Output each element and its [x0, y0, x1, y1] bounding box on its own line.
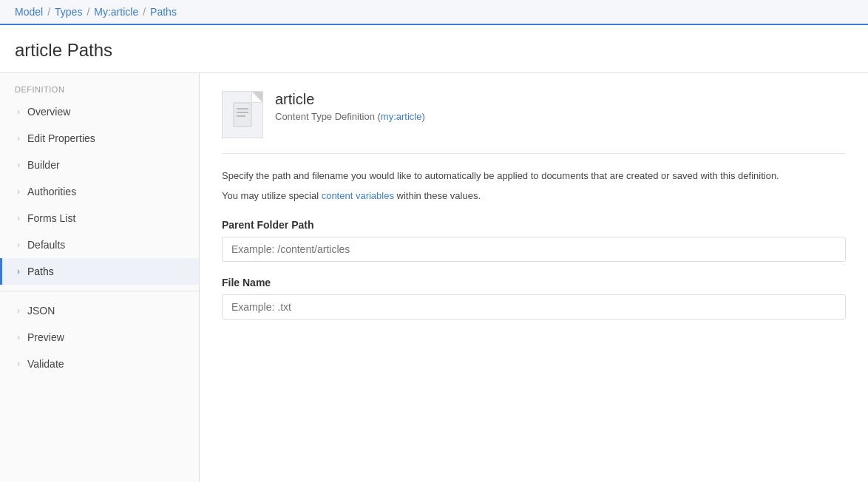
parent-folder-input[interactable]	[222, 237, 846, 262]
chevron-icon-validate: ›	[17, 359, 20, 369]
sidebar-item-edit-properties[interactable]: › Edit Properties	[0, 125, 199, 152]
sidebar-label-defaults: Defaults	[27, 239, 65, 251]
article-info: article Content Type Definition (my:arti…	[275, 91, 425, 122]
sidebar-item-overview[interactable]: › Overview	[0, 98, 199, 125]
sidebar-label-paths: Paths	[27, 266, 54, 277]
section-divider	[222, 153, 846, 154]
sidebar-item-forms-list[interactable]: › Forms List	[0, 205, 199, 232]
sidebar-label-overview: Overview	[27, 106, 70, 118]
sidebar-item-preview[interactable]: › Preview	[0, 324, 199, 351]
article-subtitle: Content Type Definition (my:article)	[275, 111, 425, 122]
chevron-icon-overview: ›	[17, 107, 20, 117]
content-area: article Content Type Definition (my:arti…	[200, 73, 868, 482]
page-header: article Paths	[0, 25, 868, 73]
chevron-icon-paths: ›	[17, 266, 20, 277]
sidebar: DEFINITION › Overview › Edit Properties …	[0, 73, 200, 482]
sidebar-label-forms-list: Forms List	[27, 212, 75, 224]
sidebar-item-authorities[interactable]: › Authorities	[0, 178, 199, 205]
article-icon	[222, 91, 263, 138]
description-line1: Specify the path and filename you would …	[222, 169, 846, 184]
chevron-icon-forms-list: ›	[17, 213, 20, 223]
article-icon-fold	[252, 92, 262, 102]
breadcrumb-my-article[interactable]: My:article	[94, 6, 138, 18]
sidebar-item-builder[interactable]: › Builder	[0, 152, 199, 178]
sidebar-label-validate: Validate	[27, 358, 64, 370]
breadcrumb-sep-2: /	[87, 6, 89, 18]
sidebar-label-json: JSON	[27, 305, 55, 317]
article-header: article Content Type Definition (my:arti…	[222, 91, 846, 138]
file-name-label: File Name	[222, 277, 846, 288]
sidebar-item-defaults[interactable]: › Defaults	[0, 232, 199, 258]
parent-folder-label: Parent Folder Path	[222, 219, 846, 231]
chevron-icon-edit-properties: ›	[17, 133, 20, 143]
sidebar-item-paths[interactable]: › Paths	[0, 258, 199, 285]
subtitle-suffix: )	[421, 111, 424, 122]
breadcrumb-sep-1: /	[47, 6, 50, 18]
breadcrumb-paths: Paths	[150, 6, 177, 18]
breadcrumb-types[interactable]: Types	[55, 6, 82, 18]
breadcrumb-sep-3: /	[143, 6, 146, 18]
sidebar-divider	[0, 291, 199, 291]
desc2-suffix: within these values.	[394, 190, 481, 201]
chevron-icon-preview: ›	[17, 332, 20, 342]
file-name-input[interactable]	[222, 294, 846, 320]
sidebar-label-preview: Preview	[27, 331, 64, 343]
chevron-icon-json: ›	[17, 305, 20, 316]
chevron-icon-authorities: ›	[17, 186, 20, 197]
breadcrumb: Model / Types / My:article / Paths	[0, 0, 868, 25]
chevron-icon-builder: ›	[17, 160, 20, 170]
sidebar-label-edit-properties: Edit Properties	[27, 132, 95, 144]
main-layout: DEFINITION › Overview › Edit Properties …	[0, 73, 868, 482]
chevron-icon-defaults: ›	[17, 240, 20, 250]
article-title: article	[275, 91, 425, 108]
content-variables-link[interactable]: content variables	[322, 190, 394, 201]
sidebar-label-authorities: Authorities	[27, 186, 76, 197]
sidebar-section-label: DEFINITION	[0, 73, 199, 98]
svg-rect-0	[234, 103, 251, 126]
article-type-link[interactable]: my:article	[381, 111, 422, 122]
sidebar-item-json[interactable]: › JSON	[0, 297, 199, 324]
breadcrumb-model[interactable]: Model	[15, 6, 43, 18]
desc2-prefix: You may utilize special	[222, 190, 322, 201]
document-icon	[232, 101, 253, 128]
description-line2: You may utilize special content variable…	[222, 189, 846, 204]
sidebar-item-validate[interactable]: › Validate	[0, 351, 199, 377]
page-title: article Paths	[15, 40, 853, 61]
subtitle-prefix: Content Type Definition (	[275, 111, 381, 122]
sidebar-label-builder: Builder	[27, 159, 60, 171]
